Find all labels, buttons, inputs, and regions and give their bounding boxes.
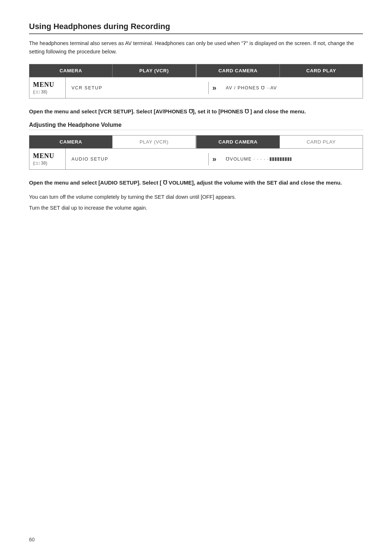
menu-label-2: MENU [33,152,54,160]
section2-mode-bar: CAMERA PLAY (VCR) CARD CAMERA CARD PLAY [29,135,363,149]
menu-label-1: MENU [33,81,54,89]
menu-step-left-2: AUDIO SETUP [66,153,209,165]
mode-card-camera-1: CARD CAMERA [196,64,280,77]
menu-label-cell-1: MENU (□□ 38) [29,77,66,98]
mode-camera-1: CAMERA [29,64,113,77]
note1: You can turn off the volume completely b… [29,193,363,201]
mode-camera-2: CAMERA [29,136,113,148]
mode-card-play-1: CARD PLAY [280,64,363,77]
menu-content-1: VCR SETUP » AV / PHONES ℧ ··AV [66,77,363,98]
volume-bar-icon [270,157,291,161]
intro-text: The headphones terminal also serves as A… [29,39,363,56]
section1-instruction: Open the menu and select [VCR SETUP]. Se… [29,107,363,116]
note2: Turn the SET dial up to increase the vol… [29,204,363,212]
menu-step-left-1: VCR SETUP [66,82,209,94]
mode-play-vcr-2: PLAY (VCR) [113,136,196,148]
mode-play-vcr-1: PLAY (VCR) [113,64,196,77]
page-title: Using Headphones during Recording [29,22,363,34]
menu-content-2: AUDIO SETUP » ℧VOLUME · · · · · [66,149,363,169]
section2-subtitle: Adjusting the Headphone Volume [29,122,363,130]
menu-label-cell-2: MENU (□□ 38) [29,149,66,169]
section2-menu-row: MENU (□□ 38) AUDIO SETUP » ℧VOLUME · · ·… [29,149,363,170]
section1-mode-bar: CAMERA PLAY (VCR) CARD CAMERA CARD PLAY [29,64,363,77]
menu-arrow-1: » [209,84,220,92]
menu-step-right-1: AV / PHONES ℧ ··AV [220,81,363,94]
mode-card-camera-2: CARD CAMERA [196,136,280,148]
section2-instruction: Open the menu and select [AUDIO SETUP]. … [29,178,363,187]
menu-ref-1: (□□ 38) [33,89,47,94]
page-number: 60 [29,537,35,542]
menu-ref-2: (□□ 38) [33,161,47,166]
menu-arrow-2: » [209,155,220,163]
mode-card-play-2: CARD PLAY [280,136,363,148]
menu-step-right-2: ℧VOLUME · · · · · [220,153,363,165]
section1-menu-row: MENU (□□ 38) VCR SETUP » AV / PHONES ℧ ·… [29,77,363,98]
